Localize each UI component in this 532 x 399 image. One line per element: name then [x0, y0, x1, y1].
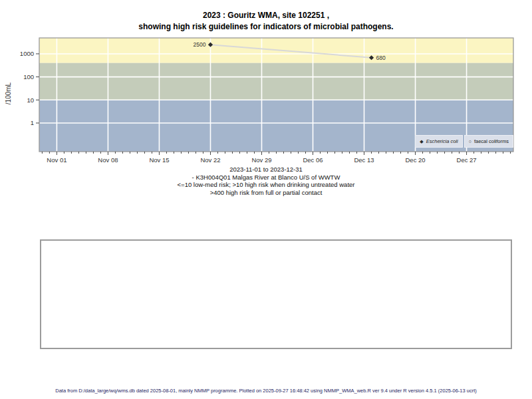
y-tick-label: 1 [31, 119, 34, 126]
legend-entry-faecal-coliforms: ○ faecal coliforms [464, 135, 513, 148]
caption-date-range: 2023-11-01 to 2023-12-31 [0, 166, 532, 174]
diamond-filled-icon: ◆ [420, 139, 423, 144]
point-label: 680 [376, 55, 386, 61]
x-tick-label: Dec 13 [354, 156, 374, 164]
y-tick-label: 100 [23, 73, 34, 80]
caption-risk-guideline-2: >400 high risk from full or partial cont… [0, 189, 532, 197]
x-tick-label: Nov 08 [98, 156, 118, 164]
x-tick-label: Dec 06 [303, 156, 323, 164]
y-tick-label: 1000 [20, 50, 34, 57]
x-tick-label: Nov 22 [200, 156, 220, 164]
caption-risk-guideline-1: <=10 low-med risk; >10 high risk when dr… [0, 181, 532, 189]
caption-site-name: - K3H004Q01 Malgas River at Blanco U/S o… [0, 174, 532, 182]
x-tick-label: Nov 15 [149, 156, 169, 164]
circle-open-icon: ○ [469, 139, 471, 144]
empty-panel [40, 239, 512, 349]
x-tick-label: Dec 27 [457, 156, 477, 164]
x-tick-label: Dec 20 [406, 156, 426, 164]
legend-label-faecal-coliforms: faecal coliforms [474, 138, 509, 144]
legend-entry-ecoli: ◆ Eschericia coli [415, 135, 462, 148]
chart-legend: ◆ Eschericia coli ○ faecal coliforms [415, 135, 513, 148]
plot-page: 2023 : Gouritz WMA, site 102251 , showin… [0, 0, 532, 399]
point-label: 2500 [194, 41, 206, 48]
y-axis-label: /100mL [5, 67, 12, 120]
x-tick-label: Nov 29 [251, 156, 271, 164]
chart-caption: 2023-11-01 to 2023-12-31 - K3H004Q01 Mal… [0, 166, 532, 196]
footer-text: Data from D:/data_large/wq/wms.db dated … [0, 388, 532, 394]
y-tick-label: 10 [27, 96, 34, 104]
band-high-risk-drinking-untreated [39, 63, 513, 100]
x-tick-label: Nov 01 [47, 156, 66, 164]
legend-label-ecoli: Eschericia coli [426, 138, 458, 144]
